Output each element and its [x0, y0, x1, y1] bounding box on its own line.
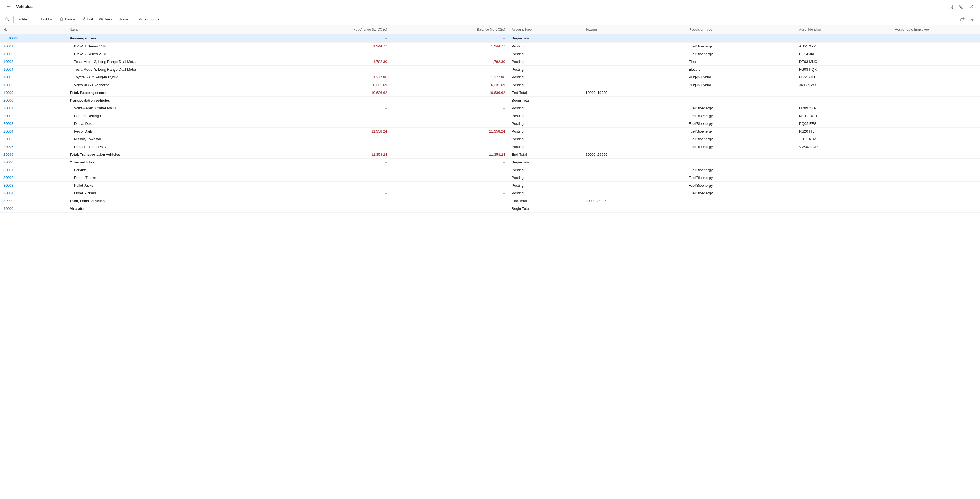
close-button[interactable] [967, 2, 975, 11]
record-no-link[interactable]: 30001 [3, 168, 13, 172]
cell-balance: 10,636.62 [391, 89, 509, 97]
table-row[interactable]: 19999Total, Passenger cars10,636.6210,63… [0, 89, 980, 97]
cell-name: Dacia, Duster [66, 120, 273, 127]
table-row[interactable]: 39999Total, Other vehicles––End-Total300… [0, 197, 980, 205]
cell-totaling [582, 81, 685, 89]
cell-propulsion [685, 151, 796, 159]
cell-accounttype: Posting [509, 112, 582, 120]
record-no-link[interactable]: 30000 [3, 160, 13, 164]
edit-list-button[interactable]: Edit List [33, 15, 56, 24]
record-no-link[interactable]: 19999 [3, 91, 13, 95]
table-row[interactable]: 10001BMW, 1 Series 118i1,244.771,244.77P… [0, 43, 980, 50]
cell-totaling [582, 112, 685, 120]
edit-icon [81, 17, 85, 22]
cell-responsible [892, 50, 980, 58]
record-no-link[interactable]: 10004 [3, 67, 13, 72]
cell-netchange: – [273, 112, 391, 120]
table-row[interactable]: 20002Citroen, Berlingo––PostingFuel/Bioe… [0, 112, 980, 120]
cell-totaling [582, 189, 685, 197]
record-no-link[interactable]: 40000 [3, 207, 13, 211]
record-no-link[interactable]: 20003 [3, 121, 13, 126]
table-row[interactable]: 20000Transportation vehicles––Begin-Tota… [0, 97, 980, 104]
home-button[interactable]: Home [116, 16, 131, 23]
view-label: View [105, 17, 112, 21]
cell-responsible [892, 166, 980, 174]
cell-responsible [892, 127, 980, 135]
record-no-link[interactable]: 20006 [3, 145, 13, 149]
cell-name: Total, Passenger cars [66, 89, 273, 97]
search-button[interactable] [3, 16, 11, 23]
cell-no: 10006 [0, 81, 66, 89]
record-no-link[interactable]: 10005 [3, 75, 13, 79]
new-button[interactable]: + New [16, 16, 32, 23]
cell-asset [796, 97, 892, 104]
record-no-link[interactable]: 10006 [3, 83, 13, 87]
cell-no: 30003 [0, 182, 66, 189]
svg-line-7 [8, 20, 9, 21]
table-row[interactable]: 30001Forklifts––PostingFuel/Bioenergy [0, 166, 980, 174]
record-no-link[interactable]: 29999 [3, 153, 13, 157]
delete-button[interactable]: Delete [57, 15, 78, 24]
cell-name: Pallet Jacks [66, 182, 273, 189]
cell-asset [796, 205, 892, 213]
record-no-link[interactable]: 10002 [3, 52, 13, 56]
more-options-button[interactable]: More options [135, 16, 162, 23]
record-no-link[interactable]: 30003 [3, 183, 13, 188]
table-row[interactable]: 10004Tesla Model Y, Long Range Dual Moto… [0, 66, 980, 73]
cell-totaling [582, 73, 685, 81]
bookmark-button[interactable] [947, 2, 956, 11]
record-no-link[interactable]: 10003 [3, 60, 13, 64]
table-row[interactable]: 40000Aircrafts––Begin-Total [0, 205, 980, 213]
cell-name: BMW, 1 Series 118i [66, 43, 273, 50]
delete-label: Delete [65, 17, 75, 21]
share-button[interactable] [958, 16, 967, 23]
table-row[interactable]: 20003Dacia, Duster––PostingFuel/Bioenerg… [0, 120, 980, 127]
cell-balance: – [391, 143, 509, 151]
svg-rect-1 [961, 7, 963, 8]
back-button[interactable]: ← [5, 2, 13, 11]
cell-propulsion: Fuel/Bioenergy [685, 120, 796, 127]
record-no-link[interactable]: 20001 [3, 106, 13, 110]
expand-button[interactable] [957, 2, 966, 11]
table-row[interactable]: 20001Volkswagen, Crafter MWB––PostingFue… [0, 104, 980, 112]
table-row[interactable]: 29999Total, Transportation vehicles11,35… [0, 151, 980, 159]
record-no-link[interactable]: 30004 [3, 191, 13, 195]
table-row[interactable]: 20004Iveco, Daily11,358.2411,358.24Posti… [0, 127, 980, 135]
view-button[interactable]: View [96, 16, 115, 23]
cell-responsible [892, 73, 980, 81]
table-row[interactable]: 30002Reach Trucks––PostingFuel/Bioenergy [0, 174, 980, 182]
filter-button[interactable] [968, 16, 977, 23]
record-no-link[interactable]: 10000 [8, 36, 18, 40]
record-no-link[interactable]: 39999 [3, 199, 13, 203]
vehicles-table-container: No. Name Net Change (kg CO2e) Balance (k… [0, 25, 980, 499]
record-no-link[interactable]: 20005 [3, 137, 13, 141]
cell-propulsion: Electric [685, 66, 796, 73]
svg-rect-10 [36, 20, 39, 21]
cell-name: Volkswagen, Crafter MWB [66, 104, 273, 112]
table-body: →10000···Passenger cars––Begin-Total1000… [0, 34, 980, 213]
cell-netchange: – [273, 66, 391, 73]
table-row[interactable]: 20006Renault, Trafic LWB––PostingFuel/Bi… [0, 143, 980, 151]
table-row[interactable]: 10005Toyota RAV4 Plug-in Hybrid1,277.861… [0, 73, 980, 81]
edit-label: Edit [87, 17, 93, 21]
table-row[interactable]: 30000Other vehicles––Begin-Total [0, 159, 980, 166]
record-no-link[interactable]: 30002 [3, 176, 13, 180]
cell-propulsion: Electric [685, 58, 796, 66]
table-row[interactable]: 20005Nissan, Townstar––PostingFuel/Bioen… [0, 135, 980, 143]
table-row[interactable]: 10002BMW, 2 Series 218i––PostingFuel/Bio… [0, 50, 980, 58]
cell-no: 20006 [0, 143, 66, 151]
table-row[interactable]: 30003Pallet Jacks––PostingFuel/Bioenergy [0, 182, 980, 189]
table-row[interactable]: →10000···Passenger cars––Begin-Total [0, 34, 980, 43]
table-row[interactable]: 10003Tesla Model 3, Long Range Dual Mot.… [0, 58, 980, 66]
record-no-link[interactable]: 10001 [3, 44, 13, 48]
edit-button[interactable]: Edit [79, 15, 95, 23]
cell-propulsion: Fuel/Bioenergy [685, 174, 796, 182]
row-context-menu-icon[interactable]: ··· [21, 36, 24, 40]
table-row[interactable]: 30004Order Pickers––PostingFuel/Bioenerg… [0, 189, 980, 197]
cell-totaling [582, 159, 685, 166]
record-no-link[interactable]: 20004 [3, 129, 13, 133]
record-no-link[interactable]: 20002 [3, 114, 13, 118]
table-row[interactable]: 10006Volvo XC60 Recharge6,331.696,331.69… [0, 81, 980, 89]
record-no-link[interactable]: 20000 [3, 98, 13, 102]
cell-no: 20005 [0, 135, 66, 143]
